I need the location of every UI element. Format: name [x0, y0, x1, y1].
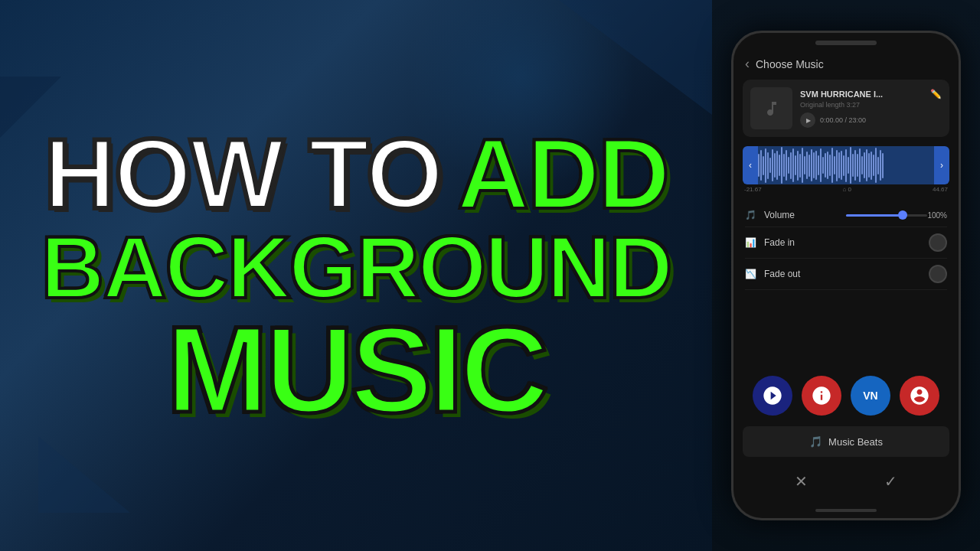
fade-out-label: Fade out	[764, 269, 929, 279]
wave-bar	[825, 153, 826, 178]
wave-bar	[845, 149, 847, 182]
play-button[interactable]	[800, 112, 815, 128]
music-beats-button[interactable]: 🎵 Music Beats	[743, 426, 949, 457]
choose-music-title: Choose Music	[756, 58, 824, 70]
fade-out-row: 📉 Fade out	[745, 259, 947, 290]
time-mid: ⌂ 0	[843, 186, 852, 193]
fade-in-label: Fade in	[764, 237, 929, 248]
wave-bar	[804, 156, 805, 174]
home-indicator	[815, 509, 877, 512]
wave-bar	[769, 158, 771, 173]
fade-out-toggle[interactable]	[929, 265, 947, 283]
wave-bar	[866, 149, 867, 181]
wave-bar	[799, 154, 801, 178]
app-icon-3[interactable]: VN	[851, 376, 890, 416]
wave-bar	[848, 157, 849, 174]
wave-bar	[779, 155, 780, 176]
music-controls: 0:00.00 / 23:00	[800, 112, 942, 128]
wave-bar	[852, 154, 854, 178]
wave-bar	[827, 152, 828, 180]
add-text: ADD	[457, 124, 668, 223]
main-text-block: HOW TO ADD BACKGROUND MUSIC	[31, 124, 681, 428]
wave-bar	[871, 152, 872, 180]
wave-bar	[850, 147, 851, 184]
app-icons-row: VN	[733, 368, 959, 423]
cancel-icon: ✕	[795, 472, 808, 491]
wave-bar	[861, 156, 863, 175]
volume-fill	[846, 214, 903, 217]
music-thumbnail	[750, 87, 792, 129]
app-icon-2[interactable]	[802, 376, 841, 416]
wave-bar	[820, 148, 822, 182]
wave-bar	[763, 156, 764, 175]
wave-bar	[877, 157, 879, 174]
wave-bar	[772, 149, 773, 182]
controls-section: 🎵 Volume 100% 📊 Fade in	[733, 197, 959, 368]
wave-bar	[864, 152, 865, 179]
wave-bar	[811, 149, 812, 181]
volume-slider[interactable]	[846, 214, 928, 217]
wave-bar	[818, 155, 819, 176]
fade-in-row: 📊 Fade in	[745, 227, 947, 259]
wave-bar	[795, 155, 796, 175]
wave-bar	[868, 153, 870, 178]
music-beats-icon: 🎵	[809, 435, 822, 448]
fade-in-toggle[interactable]	[929, 233, 947, 252]
music-beats-label: Music Beats	[828, 436, 883, 448]
wave-bar	[834, 156, 835, 174]
phone-section: ‹ Choose Music SVM HURRICANE I... ✏️ Ori…	[712, 0, 980, 551]
wave-bar	[880, 150, 881, 181]
fade-out-icon: 📉	[745, 269, 760, 279]
wave-bar	[841, 151, 842, 180]
bottom-controls: ✕ ✓	[733, 460, 959, 503]
wave-bar	[806, 152, 808, 179]
time-end: 44.67	[933, 186, 948, 193]
wave-bar	[873, 155, 874, 176]
wave-bar	[790, 152, 792, 179]
back-arrow-icon[interactable]: ‹	[745, 56, 750, 72]
wave-bar	[792, 148, 794, 182]
wave-bar	[836, 150, 838, 181]
volume-percent: 100%	[927, 211, 947, 220]
wave-bar	[843, 155, 844, 176]
wave-bar	[813, 152, 815, 178]
wave-bar	[765, 148, 766, 183]
wave-bar	[767, 152, 769, 179]
wave-bar	[815, 151, 817, 181]
wave-bar	[786, 150, 787, 181]
fade-in-icon: 📊	[745, 237, 760, 248]
confirm-button[interactable]: ✓	[877, 468, 905, 495]
wave-bar	[797, 151, 799, 181]
wave-bar	[875, 148, 877, 184]
app-icon-4[interactable]	[900, 376, 939, 416]
wave-bar	[829, 155, 831, 177]
waveform-right-nav[interactable]: ›	[934, 146, 949, 184]
music-info: SVM HURRICANE I... ✏️ Original length 3:…	[800, 89, 942, 128]
phone-home-bar	[733, 503, 959, 518]
volume-thumb	[898, 210, 907, 220]
time-display: 0:00.00 / 23:00	[820, 116, 866, 124]
waveform-bars	[758, 146, 934, 184]
waveform-left-nav[interactable]: ‹	[743, 146, 758, 184]
confirm-icon: ✓	[884, 472, 897, 491]
waveform-container[interactable]: ‹	[743, 146, 949, 184]
cancel-button[interactable]: ✕	[788, 468, 815, 495]
wave-bar	[857, 154, 858, 177]
wave-bar	[758, 154, 760, 177]
music-text: MUSIC	[31, 311, 681, 428]
edit-icon[interactable]: ✏️	[930, 89, 942, 99]
wave-bar	[808, 155, 810, 177]
music-note-icon	[763, 99, 781, 118]
wave-bar	[882, 153, 884, 178]
phone-mockup: ‹ Choose Music SVM HURRICANE I... ✏️ Ori…	[731, 31, 961, 520]
music-original-length: Original length 3:27	[800, 101, 942, 109]
wave-bar	[783, 154, 785, 177]
waveform-times: -21.67 ⌂ 0 44.67	[743, 184, 949, 194]
how-to-text: HOW TO	[44, 124, 442, 223]
wave-bar	[822, 157, 824, 174]
volume-label: Volume	[764, 210, 846, 220]
app-icon-1[interactable]	[753, 376, 792, 416]
volume-slider-container[interactable]	[846, 214, 928, 217]
wave-bar	[838, 152, 840, 178]
music-card: SVM HURRICANE I... ✏️ Original length 3:…	[743, 80, 949, 137]
